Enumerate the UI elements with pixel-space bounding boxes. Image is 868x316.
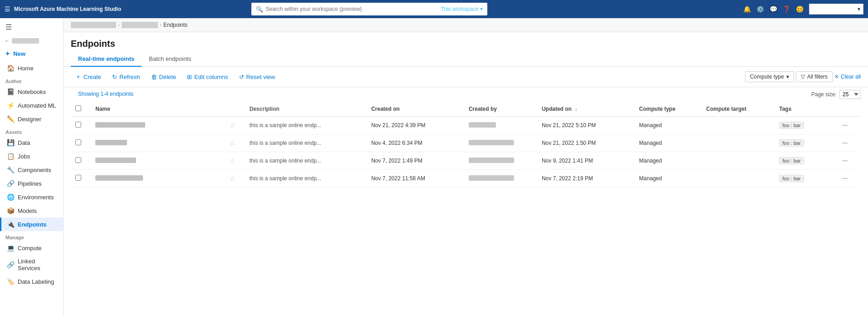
row-compute-type-3: Managed	[635, 170, 702, 188]
row-star-2[interactable]: ☆	[225, 152, 245, 170]
header-created-by[interactable]: Created by	[464, 102, 537, 117]
sidebar-item-designer[interactable]: ✏️ Designer	[0, 112, 63, 126]
row-checkbox-3[interactable]	[71, 170, 91, 188]
workspace-label[interactable]: This workspace ▾	[441, 6, 482, 12]
header-updated-on[interactable]: Updated on ↓	[537, 102, 635, 117]
clear-all-button[interactable]: ✕ Clear all	[834, 74, 861, 80]
row-tags-0: foo : bar	[775, 117, 835, 134]
created-by-placeholder-0	[469, 122, 496, 128]
header-description[interactable]: Description	[245, 102, 367, 117]
sidebar-item-compute[interactable]: 💻 Compute	[0, 241, 63, 255]
sidebar-item-environments[interactable]: 🌐 Environments	[0, 190, 63, 204]
tab-batch-endpoints[interactable]: Batch endpoints	[142, 52, 198, 67]
row-select-0[interactable]	[75, 122, 81, 128]
row-more-button-1[interactable]: ···	[840, 138, 849, 148]
hamburger-icon[interactable]: ☰	[5, 5, 10, 13]
tab-realtime-endpoints[interactable]: Real-time endpoints	[71, 52, 142, 67]
name-placeholder-0	[95, 122, 145, 128]
header-checkbox-col[interactable]	[71, 102, 91, 117]
delete-button[interactable]: 🗑 Delete	[147, 71, 181, 83]
name-placeholder-1	[95, 140, 127, 145]
table-row: ☆ this is a sample online endp... Nov 7,…	[71, 152, 861, 170]
edit-columns-button[interactable]: ⊞ Edit columns	[182, 71, 232, 83]
sidebar-item-linked-services[interactable]: 🔗 Linked Services	[0, 255, 63, 275]
sidebar-item-data[interactable]: 💾 Data	[0, 136, 63, 149]
feedback-icon[interactable]: 💬	[770, 5, 777, 13]
chevron-down-icon: ▾	[858, 6, 860, 12]
star-icon-3[interactable]: ☆	[230, 175, 235, 182]
components-icon: 🔧	[7, 166, 14, 173]
sidebar-item-data-labeling[interactable]: 🏷️ Data Labeling	[0, 275, 63, 288]
created-by-placeholder-2	[469, 158, 514, 163]
endpoints-table: Name Description Created on Created by	[71, 102, 861, 188]
row-select-2[interactable]	[75, 157, 81, 163]
breadcrumb-item-0[interactable]	[71, 22, 116, 28]
row-more-button-2[interactable]: ···	[840, 156, 849, 166]
header-tags[interactable]: Tags	[775, 102, 835, 117]
row-actions-1[interactable]: ···	[835, 134, 861, 152]
sidebar-back[interactable]: ←	[0, 36, 63, 46]
row-actions-2[interactable]: ···	[835, 152, 861, 170]
sidebar-item-components[interactable]: 🔧 Components	[0, 163, 63, 177]
row-checkbox-2[interactable]	[71, 152, 91, 170]
breadcrumb-item-1[interactable]	[122, 22, 158, 28]
header-name[interactable]: Name	[91, 102, 225, 117]
star-icon-2[interactable]: ☆	[230, 157, 235, 164]
all-filters-button[interactable]: ▽ All filters	[796, 71, 833, 82]
sidebar-item-home[interactable]: 🏠 Home	[0, 61, 63, 75]
row-compute-target-0	[701, 117, 775, 134]
search-input[interactable]	[266, 6, 438, 12]
header-created-on[interactable]: Created on	[367, 102, 464, 117]
endpoint-count: Showing 1-4 endpoints	[71, 89, 141, 100]
row-name-3[interactable]	[91, 170, 225, 188]
star-icon-1[interactable]: ☆	[230, 139, 235, 147]
notebooks-icon: 📓	[7, 88, 14, 95]
compute-icon: 💻	[7, 244, 14, 252]
header-compute-target[interactable]: Compute target	[701, 102, 775, 117]
row-name-2[interactable]	[91, 152, 225, 170]
search-bar[interactable]: 🔍 This workspace ▾	[251, 3, 487, 15]
row-updated-on-2: Nov 9, 2022 1:41 PM	[537, 152, 635, 170]
row-star-1[interactable]: ☆	[225, 134, 245, 152]
row-checkbox-0[interactable]	[71, 117, 91, 134]
refresh-button[interactable]: ↻ Refresh	[108, 71, 145, 83]
reset-view-button[interactable]: ↺ Reset view	[235, 71, 280, 83]
row-star-3[interactable]: ☆	[225, 170, 245, 188]
row-more-button-0[interactable]: ···	[840, 120, 849, 130]
sidebar-toggle[interactable]: ☰	[0, 18, 63, 36]
create-button[interactable]: ＋ Create	[71, 70, 106, 83]
compute-type-filter[interactable]: Compute type ▾	[745, 71, 794, 82]
row-description-1: this is a sample online endp...	[245, 134, 367, 152]
sidebar-item-endpoints[interactable]: 🔌 Endpoints	[0, 217, 63, 231]
row-checkbox-1[interactable]	[71, 134, 91, 152]
row-actions-3[interactable]: ···	[835, 170, 861, 188]
sidebar-item-models[interactable]: 📦 Models	[0, 204, 63, 217]
row-star-0[interactable]: ☆	[225, 117, 245, 134]
row-updated-on-3: Nov 7, 2022 2:19 PM	[537, 170, 635, 188]
tenant-dropdown[interactable]: ▾	[809, 4, 863, 15]
row-select-1[interactable]	[75, 139, 81, 145]
settings-icon[interactable]: ⚙️	[756, 5, 764, 13]
sidebar-item-automated-ml[interactable]: ⚡ Automated ML	[0, 99, 63, 112]
sidebar-item-pipelines[interactable]: 🔗 Pipelines	[0, 177, 63, 190]
bell-icon[interactable]: 🔔	[743, 5, 751, 13]
page-size-select[interactable]: 25 50 100	[839, 90, 861, 99]
new-button[interactable]: + New	[0, 46, 63, 61]
sidebar-item-notebooks[interactable]: 📓 Notebooks	[0, 85, 63, 99]
columns-icon: ⊞	[187, 74, 192, 80]
header-compute-type[interactable]: Compute type	[635, 102, 702, 117]
help-icon[interactable]: ❓	[783, 5, 790, 13]
sidebar-item-jobs[interactable]: 📋 Jobs	[0, 149, 63, 163]
select-all-checkbox[interactable]	[75, 105, 81, 111]
row-select-3[interactable]	[75, 175, 81, 181]
user-icon[interactable]: 😊	[796, 5, 804, 13]
row-name-0[interactable]	[91, 117, 225, 134]
row-created-by-3	[464, 170, 537, 188]
data-labeling-icon: 🏷️	[7, 278, 14, 285]
row-name-1[interactable]	[91, 134, 225, 152]
row-actions-0[interactable]: ···	[835, 117, 861, 134]
row-created-on-3: Nov 7, 2022 11:58 AM	[367, 170, 464, 188]
row-more-button-3[interactable]: ···	[840, 173, 849, 183]
delete-icon: 🗑	[151, 74, 157, 80]
star-icon-0[interactable]: ☆	[230, 122, 235, 129]
